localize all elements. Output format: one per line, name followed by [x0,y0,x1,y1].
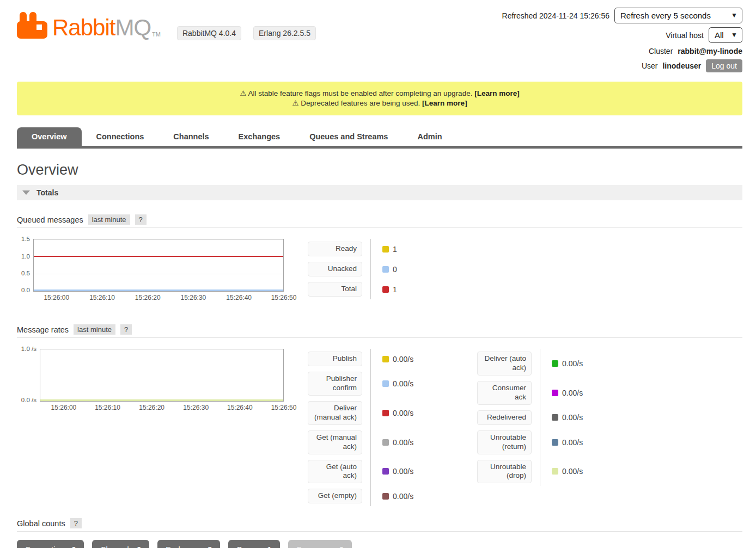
unroutable-drop-rate: 0.00/s [562,467,583,476]
exchanges-count-button[interactable]: Exchanges: 8 [157,540,220,548]
ready-color-swatch [382,246,389,253]
get-auto-color-swatch [382,468,389,475]
global-counts-buttons: Connections: 0 Channels: 0 Exchanges: 8 … [17,540,742,548]
legend-row-total: Total 1 [308,279,423,299]
page-title: Overview [17,162,742,178]
legend-value-cell: 0.00/s [370,398,423,428]
consumer-ack-rate: 0.00/s [562,389,583,397]
consumers-count-button[interactable]: Consumers: 0 [288,540,352,548]
y-tick: 1.0 /s [21,346,36,352]
unroutable-drop-color-swatch [552,468,558,475]
ready-value: 1 [393,245,397,254]
rates-chart-y-axis: 1.0 /s 0.0 /s [17,349,40,402]
refreshed-timestamp: Refreshed 2024-11-24 15:26:56 [502,11,609,20]
user-label: User [642,61,658,70]
x-tick: 15:26:20 [139,404,164,411]
rabbitmq-overview-page: RabbitMQ TM RabbitMQ 4.0.4 Erlang 26.2.5… [0,0,756,548]
vhost-label: Virtual host [666,31,704,40]
legend-column-right: Deliver (auto ack) 0.00/s Consumer ack 0… [477,349,592,506]
user-name: linodeuser [662,61,701,70]
rates-help-icon[interactable]: ? [120,324,132,335]
legend-row-unroutable-drop: Unroutable (drop) 0.00/s [477,457,592,487]
queued-help-icon[interactable]: ? [135,214,147,225]
queued-messages-title: Queued messages [17,215,83,224]
trademark-label: TM [152,32,161,39]
queues-count-value: 1 [267,545,272,548]
redelivered-color-swatch [552,414,558,421]
rabbitmq-logo[interactable]: RabbitMQ TM [17,12,161,39]
brand-text-rabbit: Rabbit [52,15,115,40]
user-row: User linodeuser Log out [502,59,742,72]
legend-label: Total [308,282,362,297]
rates-range-badge[interactable]: last minute [74,324,115,335]
x-tick: 15:26:30 [181,294,206,301]
tab-channels[interactable]: Channels [158,127,223,146]
flat-zero-series-line [40,399,283,401]
legend-label: Deliver (auto ack) [477,352,532,375]
totals-section-toggle[interactable]: Totals [17,185,742,200]
queued-chart-x-axis: 15:26:00 15:26:10 15:26:20 15:26:30 15:2… [33,294,284,303]
queued-messages-header: Queued messages last minute ? [17,214,742,228]
legend-value-cell: 0.00/s [540,428,592,457]
unacked-color-swatch [382,266,389,273]
tab-connections[interactable]: Connections [82,127,159,146]
unacked-series-line [34,290,283,291]
rabbitmq-version-badge: RabbitMQ 4.0.4 [177,26,241,40]
y-tick: 0.0 /s [21,397,36,403]
queues-count-label: Queues: [236,545,265,548]
channels-count-button[interactable]: Channels: 0 [92,540,149,548]
erlang-version-badge: Erlang 26.2.5.5 [253,26,316,40]
brand-text-mq: MQ [115,15,151,40]
tab-overview[interactable]: Overview [17,127,82,146]
banner-line-2: ⚠ Deprecated features are being used. [L… [22,98,737,108]
y-tick: 0.0 [21,287,30,293]
message-rates-chart: 1.0 /s 0.0 /s 15:26:00 15:26:10 15:26:20… [17,349,285,412]
deprecated-learn-more-link[interactable]: [Learn more] [422,99,467,107]
connections-count-value: 0 [72,545,76,548]
legend-label: Redelivered [477,410,532,425]
tab-exchanges[interactable]: Exchanges [224,127,295,146]
feature-flags-learn-more-link[interactable]: [Learn more] [474,89,520,97]
legend-label: Ready [308,242,362,256]
global-counts-title: Global counts [17,519,65,528]
consumers-count-value: 0 [339,545,344,548]
x-tick: 15:26:00 [44,294,69,301]
legend-label: Get (auto ack) [308,460,362,484]
logout-button[interactable]: Log out [706,59,742,72]
global-counts-help-icon[interactable]: ? [70,518,82,528]
y-tick: 0.5 [21,270,30,276]
deliver-auto-color-swatch [552,360,558,367]
queued-range-badge[interactable]: last minute [88,214,130,225]
x-tick: 15:26:50 [271,294,297,301]
legend-label: Get (manual ack) [308,430,362,454]
banner-line-1: ⚠ All stable feature flags must be enabl… [22,89,737,98]
deliver-auto-rate: 0.00/s [562,359,583,368]
status-area: Refreshed 2024-11-24 15:26:56 Refresh ev… [502,8,742,76]
legend-column: Ready 1 Unacked 0 Total [308,239,423,299]
y-tick: 1.0 [21,253,30,260]
exchanges-count-value: 8 [208,545,212,548]
unroutable-return-color-swatch [552,439,558,446]
tab-queues-and-streams[interactable]: Queues and Streams [295,127,403,146]
tab-row: Overview Connections Channels Exchanges … [17,127,742,146]
x-tick: 15:26:30 [183,404,209,411]
queued-messages-block: 1.5 1.0 0.5 0.0 15:26:00 15:26:10 15:26:… [17,239,742,303]
queues-count-button[interactable]: Queues: 1 [228,540,280,548]
x-tick: 15:26:40 [226,294,252,301]
tab-admin[interactable]: Admin [403,127,456,146]
legend-label: Deliver (manual ack) [308,401,362,425]
vhost-select[interactable]: All [709,27,742,43]
unroutable-return-rate: 0.00/s [562,438,583,447]
legend-row-redelivered: Redelivered 0.00/s [477,408,592,428]
version-badges: RabbitMQ 4.0.4 Erlang 26.2.5.5 [177,26,316,40]
deliver-manual-rate: 0.00/s [393,409,413,417]
legend-label: Publisher confirm [308,372,362,396]
publish-rate: 0.00/s [393,355,413,364]
refresh-interval-select[interactable]: Refresh every 5 seconds [614,8,742,23]
legend-row-unacked: Unacked 0 [308,259,423,279]
deprecated-features-warning-text: ⚠ Deprecated features are being used. [292,99,420,107]
connections-count-button[interactable]: Connections: 0 [17,540,84,548]
publisher-confirm-rate: 0.00/s [393,379,413,388]
x-tick: 15:26:10 [89,294,115,301]
legend-label: Unacked [308,262,362,276]
